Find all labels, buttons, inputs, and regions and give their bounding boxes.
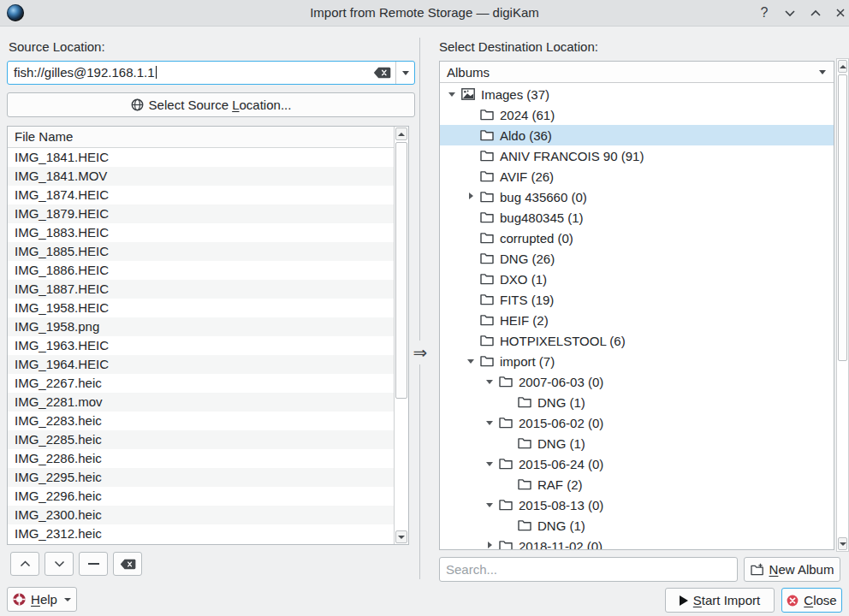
tree-item[interactable]: RAF (2) bbox=[440, 474, 834, 495]
list-item[interactable]: IMG_1964.HEIC bbox=[8, 355, 394, 374]
tree-item[interactable]: HOTPIXELSTOOL (6) bbox=[440, 330, 834, 351]
collapse-icon[interactable] bbox=[484, 458, 496, 470]
list-item[interactable]: IMG_1841.MOV bbox=[8, 167, 394, 186]
folder-icon bbox=[480, 335, 495, 346]
tree-item[interactable]: DNG (1) bbox=[440, 433, 834, 453]
tree-item[interactable]: 2024 (61) bbox=[440, 104, 834, 125]
titlebar: Import from Remote Storage — digiKam ? bbox=[0, 0, 849, 27]
list-item[interactable]: IMG_2300.heic bbox=[8, 506, 394, 524]
list-item[interactable]: IMG_1887.HEIC bbox=[8, 280, 394, 299]
list-item[interactable]: IMG_2312.heic bbox=[8, 524, 394, 543]
list-item[interactable]: IMG_1841.HEIC bbox=[8, 148, 394, 167]
list-item[interactable]: IMG_1883.HEIC bbox=[8, 223, 394, 242]
source-url-input[interactable]: fish://gilles@192.168.1.1 bbox=[14, 62, 157, 84]
new-album-button[interactable]: New Album bbox=[744, 557, 840, 582]
album-search-input[interactable] bbox=[439, 557, 738, 582]
folder-icon bbox=[480, 273, 495, 285]
list-item[interactable]: IMG_1963.HEIC bbox=[8, 336, 394, 355]
expander-spacer bbox=[466, 293, 478, 305]
close-icon bbox=[835, 8, 846, 18]
album-tree-scrollbar[interactable] bbox=[836, 58, 849, 552]
list-item[interactable]: IMG_2295.heic bbox=[8, 468, 394, 487]
tree-item[interactable]: 2015-06-02 (0) bbox=[440, 412, 834, 433]
scroll-down-icon[interactable] bbox=[395, 530, 407, 543]
move-up-button[interactable] bbox=[10, 552, 39, 576]
list-item[interactable]: IMG_1958.png bbox=[8, 317, 394, 336]
remove-item-button[interactable] bbox=[79, 552, 108, 576]
tree-item[interactable]: 2015-08-13 (0) bbox=[440, 495, 834, 515]
tree-item[interactable]: 2018-11-02 (0) bbox=[440, 536, 834, 549]
tree-item[interactable]: AVIF (26) bbox=[440, 166, 834, 187]
tree-item-label: 2015-06-02 (0) bbox=[519, 416, 603, 430]
tree-item-label: 2007-06-03 (0) bbox=[519, 375, 603, 389]
collapse-icon[interactable] bbox=[484, 417, 496, 429]
list-item[interactable]: IMG_2281.mov bbox=[8, 393, 394, 412]
tree-item-label: corrupted (0) bbox=[500, 231, 573, 246]
scrollbar-thumb[interactable] bbox=[395, 142, 407, 399]
select-source-location-button[interactable]: Select Source Location... bbox=[7, 92, 415, 117]
tree-item[interactable]: 2007-06-03 (0) bbox=[440, 371, 834, 392]
folder-icon bbox=[499, 540, 514, 549]
expand-icon[interactable] bbox=[466, 191, 478, 203]
tree-item[interactable]: Aldo (36) bbox=[440, 125, 834, 145]
move-down-button[interactable] bbox=[45, 552, 74, 576]
expander-spacer bbox=[466, 129, 478, 141]
tree-item[interactable]: ANIV FRANCOIS 90 (91) bbox=[440, 145, 834, 166]
collapse-icon[interactable] bbox=[447, 88, 459, 100]
start-import-label: Start Import bbox=[693, 593, 760, 607]
scrollbar-thumb[interactable] bbox=[838, 74, 847, 361]
tree-item-label: import (7) bbox=[500, 354, 555, 369]
list-item[interactable]: IMG_2286.heic bbox=[8, 449, 394, 468]
clear-text-icon[interactable] bbox=[373, 67, 391, 79]
window-minimize-button[interactable] bbox=[781, 3, 799, 22]
window-maximize-button[interactable] bbox=[806, 3, 825, 22]
panes-splitter[interactable] bbox=[419, 38, 420, 579]
list-item[interactable]: IMG_1886.HEIC bbox=[8, 261, 394, 280]
help-button[interactable]: Help bbox=[7, 587, 77, 612]
collapse-icon[interactable] bbox=[466, 355, 478, 367]
scroll-up-icon[interactable] bbox=[395, 127, 407, 140]
list-item[interactable]: IMG_2283.heic bbox=[8, 412, 394, 430]
tree-item[interactable]: FITS (19) bbox=[440, 289, 834, 310]
folder-icon bbox=[480, 314, 495, 326]
tree-item[interactable]: 2015-06-24 (0) bbox=[440, 453, 834, 474]
file-list-scrollbar[interactable] bbox=[394, 127, 408, 544]
expand-icon[interactable] bbox=[484, 540, 496, 549]
tree-item[interactable]: Images (37) bbox=[440, 84, 834, 104]
scroll-down-icon[interactable] bbox=[838, 537, 847, 550]
collapse-icon[interactable] bbox=[484, 499, 496, 511]
list-item[interactable]: IMG_1879.HEIC bbox=[8, 204, 394, 223]
close-button[interactable]: Close bbox=[781, 588, 842, 613]
source-url-combobox[interactable]: fish://gilles@192.168.1.1 bbox=[7, 61, 415, 85]
collapse-icon[interactable] bbox=[484, 376, 496, 388]
folder-icon bbox=[499, 417, 514, 429]
list-item[interactable]: IMG_1958.HEIC bbox=[8, 299, 394, 317]
tree-item[interactable]: bug 435660 (0) bbox=[440, 187, 834, 207]
list-item[interactable]: IMG_2267.heic bbox=[8, 374, 394, 393]
scroll-up-icon[interactable] bbox=[838, 60, 847, 73]
album-type-combobox[interactable]: Albums bbox=[440, 62, 834, 83]
chevron-up-icon bbox=[20, 560, 31, 567]
tree-item[interactable]: corrupted (0) bbox=[440, 228, 834, 248]
list-item[interactable]: IMG_2296.heic bbox=[8, 487, 394, 506]
start-import-button[interactable]: Start Import bbox=[665, 588, 775, 613]
window-help-button[interactable]: ? bbox=[755, 3, 774, 22]
file-list-header[interactable]: File Name bbox=[8, 127, 394, 148]
url-dropdown-button[interactable] bbox=[395, 62, 414, 84]
window-close-button[interactable] bbox=[831, 3, 849, 22]
list-item[interactable]: IMG_1874.HEIC bbox=[8, 186, 394, 204]
tree-item[interactable]: DXO (1) bbox=[440, 269, 834, 289]
expander-spacer bbox=[466, 150, 478, 162]
tree-item-label: ANIV FRANCOIS 90 (91) bbox=[500, 149, 644, 163]
folder-icon bbox=[499, 458, 514, 470]
tree-item[interactable]: DNG (26) bbox=[440, 248, 834, 269]
tree-item[interactable]: bug480345 (1) bbox=[440, 207, 834, 228]
tree-item[interactable]: DNG (1) bbox=[440, 515, 834, 536]
list-item[interactable]: IMG_2285.heic bbox=[8, 430, 394, 449]
tree-item[interactable]: import (7) bbox=[440, 351, 834, 371]
list-item[interactable]: IMG_1885.HEIC bbox=[8, 242, 394, 261]
tree-item[interactable]: DNG (1) bbox=[440, 392, 834, 412]
tree-item[interactable]: HEIF (2) bbox=[440, 310, 834, 330]
folder-icon bbox=[518, 478, 532, 490]
clear-list-button[interactable] bbox=[113, 552, 142, 576]
